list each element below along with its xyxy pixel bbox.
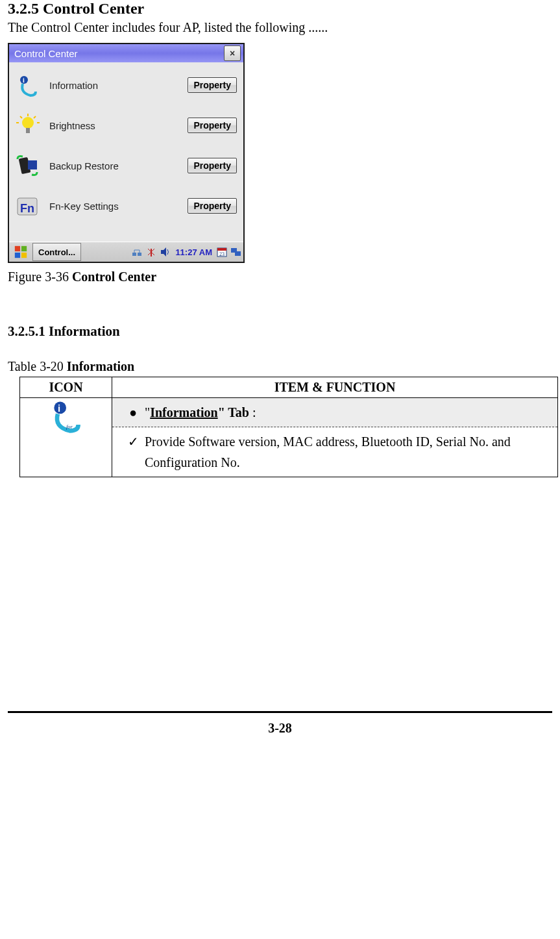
screens-icon[interactable] xyxy=(230,246,242,258)
table-caption-title: Information xyxy=(67,359,134,373)
svg-rect-27 xyxy=(235,251,241,256)
table-header-icon: ICON xyxy=(20,377,112,398)
control-center-screenshot: Control Center × i Information Property … xyxy=(8,43,245,263)
brightness-icon xyxy=(16,113,40,138)
subsection-heading: 3.2.5.1 Information xyxy=(8,323,552,340)
tab-suffix: " Tab xyxy=(218,405,249,419)
svg-text:23: 23 xyxy=(219,251,225,257)
info-icon: i xyxy=(16,73,40,97)
svg-marker-22 xyxy=(161,247,166,257)
windows-start-icon[interactable] xyxy=(10,244,31,260)
figure-caption: Figure 3-36 Control Center xyxy=(8,269,552,284)
row-backup-restore: Backup Restore Property xyxy=(16,153,237,178)
svg-text:Fn: Fn xyxy=(20,202,34,215)
network-icon[interactable] xyxy=(131,246,143,258)
svg-line-8 xyxy=(34,116,36,118)
row-information: i Information Property xyxy=(16,73,237,97)
detail-text: Provide Software version, MAC address, B… xyxy=(145,431,548,473)
row-information-property-button[interactable]: Property xyxy=(188,77,237,93)
table-header-item: ITEM & FUNCTION xyxy=(112,377,558,398)
taskbar: Control... 11:27 AM 23 xyxy=(9,242,243,262)
check-icon: ✓ xyxy=(121,431,145,452)
table-function-cell: ● "Information" Tab : ✓ Provide Software… xyxy=(112,398,558,477)
svg-point-2 xyxy=(22,117,34,129)
row-fnkey: Fn Fn-Key Settings Property xyxy=(16,194,237,218)
table-caption-label: Table 3-20 xyxy=(8,359,67,373)
information-table: ICON ITEM & FUNCTION ifor ● "Information… xyxy=(19,377,558,477)
tab-name: Information xyxy=(150,405,217,419)
row-fnkey-property-button[interactable]: Property xyxy=(188,198,237,214)
svg-rect-24 xyxy=(217,248,226,251)
backup-icon xyxy=(16,153,40,178)
svg-rect-18 xyxy=(138,253,141,256)
taskbar-clock[interactable]: 11:27 AM xyxy=(175,247,212,257)
svg-rect-15 xyxy=(15,253,20,258)
antenna-icon[interactable] xyxy=(145,246,157,258)
svg-line-7 xyxy=(20,116,22,118)
bullet-icon: ● xyxy=(121,402,145,423)
window-titlebar: Control Center × xyxy=(9,44,243,62)
quote-open: " xyxy=(145,405,150,419)
row-information-label: Information xyxy=(49,80,188,91)
svg-rect-3 xyxy=(26,128,30,133)
table-icon-cell: ifor xyxy=(20,398,112,477)
volume-icon[interactable] xyxy=(160,246,171,258)
figure-label: Figure 3-36 xyxy=(8,269,72,284)
table-detail-row: ✓ Provide Software version, MAC address,… xyxy=(112,427,557,477)
row-brightness: Brightness Property xyxy=(16,113,237,138)
svg-rect-10 xyxy=(28,160,37,169)
info-large-icon: ifor xyxy=(48,398,84,434)
row-brightness-property-button[interactable]: Property xyxy=(188,118,237,133)
row-brightness-label: Brightness xyxy=(49,120,188,131)
tab-colon: : xyxy=(249,405,256,419)
svg-text:i: i xyxy=(23,77,25,84)
svg-rect-14 xyxy=(21,246,27,251)
system-tray: 11:27 AM 23 xyxy=(84,246,242,258)
fnkey-icon: Fn xyxy=(16,194,40,218)
row-fnkey-label: Fn-Key Settings xyxy=(49,201,188,212)
svg-text:for: for xyxy=(66,424,73,430)
page-number: 3-28 xyxy=(8,711,552,736)
section-intro: The Control Center includes four AP, lis… xyxy=(8,20,552,35)
section-heading: 3.2.5 Control Center xyxy=(8,0,552,18)
svg-rect-16 xyxy=(21,253,27,258)
figure-title: Control Center xyxy=(72,269,156,284)
window-title: Control Center xyxy=(12,48,224,59)
calendar-icon[interactable]: 23 xyxy=(216,246,228,258)
taskbar-app-button[interactable]: Control... xyxy=(32,243,81,261)
svg-rect-13 xyxy=(15,246,20,251)
table-tab-row: ● "Information" Tab : xyxy=(112,398,557,427)
close-button[interactable]: × xyxy=(224,45,241,61)
svg-rect-17 xyxy=(132,253,136,256)
row-backup-property-button[interactable]: Property xyxy=(188,158,237,173)
svg-text:i: i xyxy=(57,403,60,414)
control-center-body: i Information Property Brightness Proper… xyxy=(9,62,243,242)
row-backup-label: Backup Restore xyxy=(49,160,188,171)
table-caption: Table 3-20 Information xyxy=(8,359,552,374)
